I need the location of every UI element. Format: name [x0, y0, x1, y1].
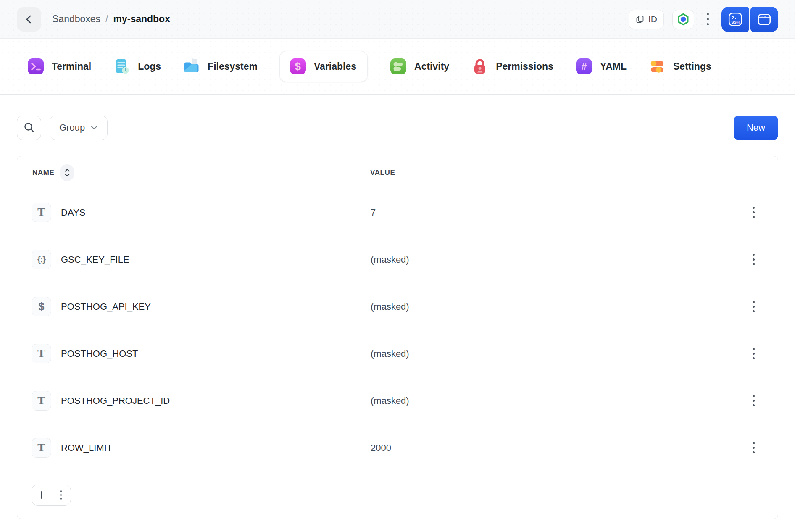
value-cell: (masked): [355, 283, 729, 330]
actions-cell: [729, 283, 778, 330]
tab-label: Settings: [673, 61, 711, 72]
back-button[interactable]: [17, 7, 41, 32]
value-cell: 7: [355, 189, 729, 236]
table-header: NAME VALUE: [17, 156, 778, 189]
variable-name: DAYS: [61, 207, 85, 218]
name-cell: T POSTHOG_PROJECT_ID: [17, 377, 355, 424]
name-cell: {;} GSC_KEY_FILE: [17, 236, 355, 283]
tab-label: Activity: [414, 61, 449, 72]
actions-cell: [729, 189, 778, 236]
name-cell: $ POSTHOG_API_KEY: [17, 283, 355, 330]
row-kebab-menu[interactable]: [748, 344, 759, 363]
value-cell: (masked): [355, 236, 729, 283]
copy-id-button[interactable]: ID: [629, 10, 664, 29]
tab-permissions[interactable]: Permissions: [471, 58, 553, 75]
variable-name: POSTHOG_API_KEY: [61, 301, 151, 312]
name-column-label: NAME: [32, 169, 54, 177]
tab-label: YAML: [600, 61, 627, 72]
row-kebab-menu[interactable]: [748, 250, 759, 269]
status-button[interactable]: [672, 10, 694, 29]
tab-label: Terminal: [52, 61, 91, 72]
table-footer: [17, 471, 778, 519]
variable-name: POSTHOG_HOST: [61, 348, 138, 359]
variables-table: NAME VALUE T DAYS 7: [17, 156, 778, 519]
ssh-button[interactable]: SSH: [721, 7, 749, 32]
tab-variables[interactable]: $ Variables: [279, 51, 368, 82]
value-cell: 2000: [355, 424, 729, 471]
sort-button[interactable]: [60, 164, 74, 181]
chevron-down-icon: [90, 125, 98, 131]
settings-icon: [648, 58, 666, 75]
breadcrumb-section[interactable]: Sandboxes: [52, 13, 100, 25]
hexagon-status-icon: [677, 13, 690, 26]
name-cell: T DAYS: [17, 189, 355, 236]
row-kebab-menu[interactable]: [748, 438, 759, 458]
actions-cell: [729, 377, 778, 424]
open-window-button[interactable]: [750, 7, 778, 32]
breadcrumb-separator: /: [105, 13, 108, 25]
search-button[interactable]: [17, 116, 41, 140]
value-column-label: VALUE: [370, 169, 395, 176]
text-type-icon: T: [32, 344, 51, 363]
row-kebab-menu[interactable]: [748, 203, 759, 222]
footer-kebab-menu[interactable]: [51, 485, 71, 505]
variables-toolbar: Group New: [17, 116, 778, 140]
top-bar: Sandboxes / my-sandbox ID: [0, 0, 795, 39]
column-header-value: VALUE: [355, 169, 395, 177]
header-kebab-menu[interactable]: [703, 10, 713, 29]
object-type-icon: {;}: [32, 250, 51, 269]
sandbox-action-group: SSH: [721, 7, 778, 32]
tab-filesystem[interactable]: Filesystem: [183, 58, 258, 75]
permissions-icon: [471, 58, 489, 75]
secret-type-icon: $: [32, 297, 51, 316]
tab-logs[interactable]: Logs: [113, 58, 161, 75]
tab-bar: Terminal Logs Filesystem: [0, 39, 795, 95]
logs-icon: [113, 58, 131, 75]
sort-icon: [63, 168, 71, 178]
variable-name: GSC_KEY_FILE: [61, 254, 129, 265]
breadcrumb-current: my-sandbox: [113, 13, 170, 25]
table-row: {;} GSC_KEY_FILE (masked): [17, 236, 778, 283]
tab-yaml[interactable]: # YAML: [575, 58, 627, 75]
actions-cell: [729, 236, 778, 283]
variable-name: POSTHOG_PROJECT_ID: [61, 395, 170, 406]
main-content: Group New NAME VALUE: [0, 95, 795, 519]
name-cell: T POSTHOG_HOST: [17, 330, 355, 377]
table-row: T ROW_LIMIT 2000: [17, 424, 778, 471]
row-kebab-menu[interactable]: [748, 391, 759, 411]
text-type-icon: T: [32, 391, 51, 411]
svg-text:SSH: SSH: [731, 20, 740, 24]
table-row: $ POSTHOG_API_KEY (masked): [17, 283, 778, 330]
activity-icon: [390, 58, 407, 75]
copy-icon: [635, 15, 645, 24]
footer-button-group: [32, 485, 71, 506]
svg-text:#: #: [581, 61, 587, 72]
chevron-left-icon: [24, 14, 34, 25]
search-icon: [23, 121, 35, 134]
tab-label: Logs: [138, 61, 161, 72]
table-row: T POSTHOG_HOST (masked): [17, 330, 778, 377]
tab-terminal[interactable]: Terminal: [27, 58, 91, 75]
plus-icon: [37, 490, 47, 500]
terminal-icon: [27, 58, 45, 75]
table-row: T DAYS 7: [17, 189, 778, 236]
copy-id-label: ID: [648, 14, 657, 24]
tab-label: Variables: [314, 61, 356, 72]
group-dropdown-label: Group: [59, 122, 85, 133]
yaml-icon: #: [575, 58, 593, 75]
variable-name: ROW_LIMIT: [61, 442, 112, 453]
value-cell: (masked): [355, 377, 729, 424]
row-kebab-menu[interactable]: [748, 297, 759, 316]
name-cell: T ROW_LIMIT: [17, 424, 355, 471]
kebab-menu-icon: [60, 490, 62, 500]
ssh-terminal-icon: SSH: [727, 11, 743, 27]
tab-label: Permissions: [496, 61, 553, 72]
add-variable-button[interactable]: [32, 485, 51, 505]
tab-activity[interactable]: Activity: [390, 58, 449, 75]
topbar-actions: ID SSH: [629, 7, 778, 32]
group-dropdown[interactable]: Group: [50, 116, 108, 140]
new-variable-button[interactable]: New: [734, 116, 778, 140]
tab-settings[interactable]: Settings: [648, 58, 711, 75]
filesystem-icon: [183, 58, 200, 75]
browser-window-icon: [756, 11, 772, 27]
